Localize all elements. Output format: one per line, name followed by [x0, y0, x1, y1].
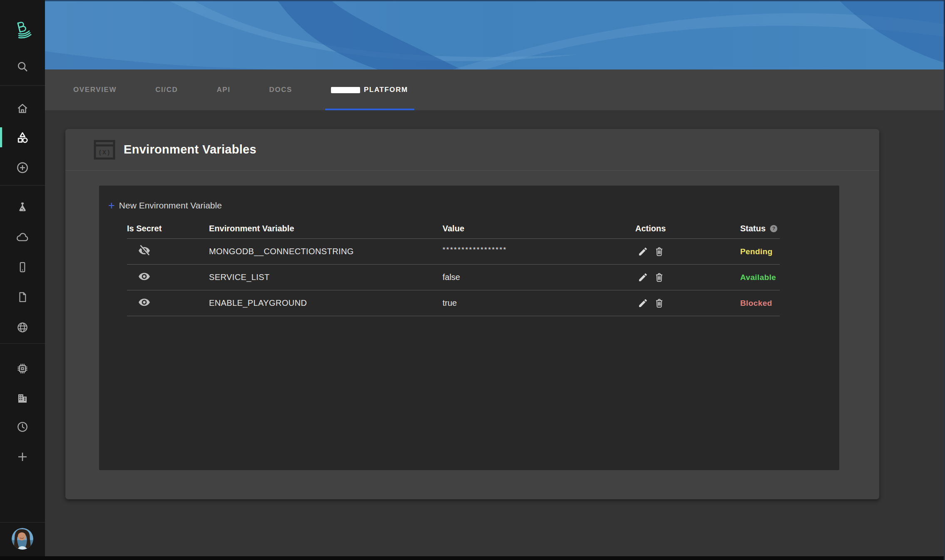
- user-avatar-photo: [12, 528, 33, 550]
- smartphone-icon: [16, 261, 29, 273]
- sidebar: [0, 0, 45, 560]
- table-row: SERVICE_LIST false: [127, 265, 780, 290]
- main-area: OVERVIEW CI/CD API DOCS PLATFORM (X) Env…: [45, 0, 945, 560]
- env-var-value: false: [443, 273, 635, 282]
- card-header: (X) Environment Variables: [65, 129, 879, 171]
- globe-icon: [16, 321, 29, 334]
- header-actions: Actions: [635, 224, 740, 233]
- table-row: ENABLE_PLAYGROUND true: [127, 290, 780, 316]
- tab-platform[interactable]: PLATFORM: [331, 69, 408, 110]
- header-status: Status ?: [740, 224, 780, 233]
- edit-icon[interactable]: [638, 246, 648, 257]
- env-var-value: true: [443, 298, 635, 308]
- visibility-off-icon[interactable]: [138, 244, 151, 257]
- sidebar-item-recent[interactable]: [0, 420, 45, 434]
- sidebar-item-create[interactable]: [0, 161, 45, 175]
- sidebar-item-cloud[interactable]: [0, 230, 45, 245]
- sidebar-divider: [0, 522, 45, 523]
- env-variables-window-icon: (X): [94, 140, 115, 160]
- backstage-logo[interactable]: [0, 17, 45, 42]
- page-title: Environment Variables: [124, 143, 256, 156]
- page-content: (X) Environment Variables + New Environm…: [45, 110, 945, 557]
- building-icon: [16, 392, 29, 404]
- status-badge: Available: [740, 273, 780, 282]
- bottom-edge-bar: [0, 556, 945, 560]
- document-icon: [16, 291, 29, 303]
- sidebar-divider: [0, 343, 45, 344]
- sidebar-divider: [0, 85, 45, 86]
- table-row: MONGODB__CONNECTIONSTRING **************…: [127, 239, 780, 265]
- tab-docs[interactable]: DOCS: [269, 69, 293, 110]
- sidebar-item-add[interactable]: [0, 450, 45, 464]
- header-is-secret: Is Secret: [127, 224, 209, 233]
- tab-overview[interactable]: OVERVIEW: [73, 69, 117, 110]
- header-value: Value: [443, 224, 635, 233]
- edit-icon[interactable]: [638, 272, 648, 282]
- visibility-icon[interactable]: [138, 270, 151, 283]
- redacted-brand-block: [331, 87, 360, 93]
- table-header-row: Is Secret Environment Variable Value Act…: [127, 219, 780, 239]
- sidebar-item-web[interactable]: [0, 320, 45, 335]
- header-status-label: Status: [740, 224, 766, 233]
- chip-icon: [16, 362, 29, 375]
- status-badge: Blocked: [740, 299, 780, 308]
- entity-tabbar: OVERVIEW CI/CD API DOCS PLATFORM: [45, 69, 945, 110]
- delete-icon[interactable]: [654, 298, 664, 308]
- sidebar-item-search[interactable]: [0, 59, 45, 74]
- sidebar-item-home[interactable]: [0, 102, 45, 116]
- new-environment-variable-button[interactable]: + New Environment Variable: [108, 201, 222, 211]
- clock-icon: [16, 421, 29, 433]
- env-var-name: SERVICE_LIST: [209, 273, 443, 282]
- flask-icon: [16, 201, 29, 213]
- tab-platform-label: PLATFORM: [364, 86, 408, 94]
- home-icon: [16, 102, 29, 115]
- status-badge: Pending: [740, 247, 780, 256]
- shapes-icon: [16, 131, 29, 144]
- sidebar-item-tech-radar[interactable]: [0, 200, 45, 214]
- sidebar-item-catalog[interactable]: [0, 131, 45, 145]
- plus-icon: +: [108, 201, 115, 210]
- new-environment-variable-label: New Environment Variable: [119, 201, 222, 211]
- env-var-name: MONGODB__CONNECTIONSTRING: [209, 247, 443, 256]
- env-variables-panel: + New Environment Variable Is Secret Env…: [99, 186, 839, 470]
- status-help-icon[interactable]: ?: [769, 224, 778, 233]
- sidebar-item-organization[interactable]: [0, 391, 45, 405]
- search-icon: [16, 60, 29, 73]
- cloud-icon: [16, 231, 29, 244]
- tab-cicd[interactable]: CI/CD: [155, 69, 178, 110]
- user-avatar[interactable]: [12, 528, 33, 550]
- user-menu[interactable]: [0, 527, 45, 550]
- sidebar-item-docs[interactable]: [0, 290, 45, 304]
- env-variables-table: Is Secret Environment Variable Value Act…: [127, 219, 780, 316]
- backstage-logo-icon: [10, 17, 35, 41]
- sidebar-divider: [0, 185, 45, 186]
- plus-circle-icon: [16, 161, 29, 174]
- edit-icon[interactable]: [638, 298, 648, 308]
- header-banner: [45, 0, 945, 69]
- svg-text:(X): (X): [98, 149, 111, 156]
- env-var-value: *****************: [443, 246, 635, 254]
- env-var-name: ENABLE_PLAYGROUND: [209, 298, 443, 308]
- header-environment-variable: Environment Variable: [209, 224, 443, 233]
- tab-api[interactable]: API: [216, 69, 230, 110]
- environment-variables-card: (X) Environment Variables + New Environm…: [65, 129, 879, 499]
- sidebar-item-mobile[interactable]: [0, 260, 45, 274]
- delete-icon[interactable]: [654, 246, 664, 257]
- sidebar-item-devices[interactable]: [0, 362, 45, 376]
- visibility-icon[interactable]: [138, 296, 151, 309]
- delete-icon[interactable]: [654, 272, 664, 282]
- plus-icon: [16, 450, 29, 463]
- banner-artwork: [45, 1, 945, 69]
- svg-text:?: ?: [772, 225, 775, 231]
